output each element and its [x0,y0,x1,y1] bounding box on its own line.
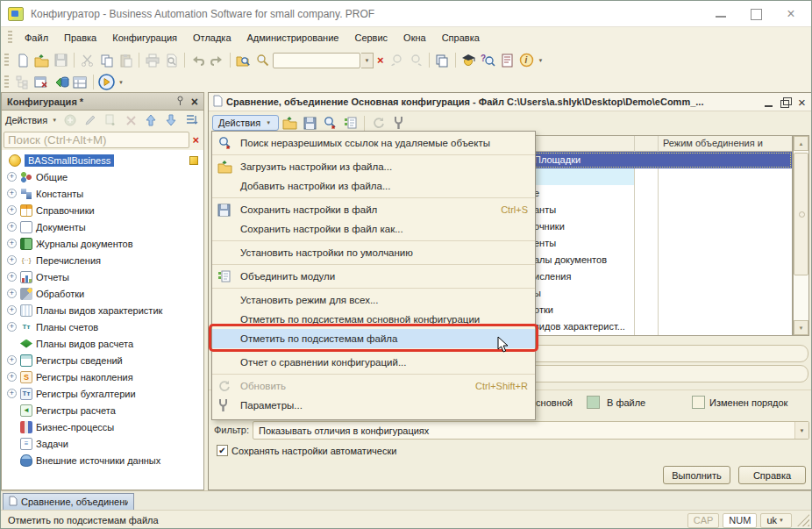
pin-icon[interactable] [176,96,184,107]
find-in-modules-icon[interactable]: ? [479,52,497,69]
find-unresolved-icon[interactable] [321,114,339,132]
delete-icon[interactable] [122,111,139,129]
toolbar-overflow-icon[interactable]: ▼ [537,58,545,63]
scroll-down-icon[interactable]: ▼ [794,320,808,335]
window-restore-icon[interactable] [779,97,792,108]
maximize-icon[interactable] [750,9,762,19]
syntax-check-icon[interactable] [459,52,478,69]
settings-icon[interactable] [389,114,408,132]
save-icon[interactable] [52,52,70,69]
tree-item-calc-types[interactable]: Планы видов расчета [2,335,203,352]
menu-item-save-settings[interactable]: Сохранить настройки в файл Ctrl+S [212,200,535,219]
tab-compare-merge[interactable]: Сравнение, объединение О... [3,493,134,510]
toolbar-grip[interactable] [8,31,12,45]
expand-icon[interactable]: + [7,189,17,198]
menu-service[interactable]: Сервис [347,30,395,46]
tree-item-tasks[interactable]: ≡Задачи [2,435,203,452]
add-icon[interactable] [61,111,79,129]
menu-edit[interactable]: Правка [57,30,103,46]
paste-icon[interactable] [117,52,135,69]
menu-file[interactable]: Файл [18,30,55,46]
debug-run-icon[interactable] [97,74,116,91]
move-up-icon[interactable] [142,111,160,129]
resize-grip[interactable] [797,514,809,526]
expand-icon[interactable]: + [7,172,17,182]
load-settings-icon[interactable] [281,114,299,132]
undo-icon[interactable] [189,52,207,69]
tree-item-accounting-registers[interactable]: +ТтРегистры бухгалтерии [2,385,203,402]
config-tree-icon[interactable] [13,74,32,91]
search-previous-icon[interactable] [388,52,406,69]
toolbar-grip[interactable] [4,54,9,68]
merge-modules-icon[interactable] [341,114,360,132]
menu-item-add-settings[interactable]: Добавить настройки из файла... [212,176,535,196]
actions-button[interactable]: Действия ▼ [212,115,279,131]
close-icon[interactable]: × [785,9,797,19]
tree-item-catalogs[interactable]: +Справочники [2,202,203,218]
expand-icon[interactable]: + [7,389,17,398]
compare-window-titlebar[interactable]: Сравнение, объединение Основная конфигур… [209,93,812,111]
menu-item-merge-modules[interactable]: Объединить модули [212,267,535,286]
tree-item-document-journals[interactable]: +Журналы документов [2,235,203,252]
copy-icon[interactable] [97,52,116,69]
menu-administration[interactable]: Администрирование [240,30,346,46]
tree-item-enums[interactable]: +{··}Перечисления [2,252,203,268]
search-icon[interactable] [253,52,272,69]
save-settings-icon[interactable] [301,114,319,132]
tree-item-common[interactable]: +Общие [2,168,203,185]
copy-add-icon[interactable] [102,111,119,129]
expand-icon[interactable]: + [7,305,17,315]
autosave-checkbox[interactable]: ✔ [217,445,228,456]
menu-configuration[interactable]: Конфигурация [105,30,184,46]
expand-icon[interactable]: + [7,372,17,382]
menu-item-parameters[interactable]: Параметры... [212,396,535,415]
new-document-icon[interactable] [13,52,32,69]
tree-item-business-processes[interactable]: Бизнес-процессы [2,418,203,435]
search-dropdown-icon[interactable]: ▼ [361,53,374,68]
edit-icon[interactable] [82,111,99,129]
close-config-icon[interactable] [32,74,51,91]
tree-item-accum-registers[interactable]: +SРегистры накопления [2,368,203,385]
print-icon[interactable] [143,52,161,69]
expand-icon[interactable]: + [7,239,17,248]
tree-item-constants[interactable]: +Константы [2,185,203,202]
tree-item-documents[interactable]: +Документы [2,218,203,235]
expand-icon[interactable]: + [7,289,17,298]
templates-icon[interactable] [498,52,516,69]
execute-button[interactable]: Выполнить [663,466,730,484]
sort-order-icon[interactable] [182,111,200,129]
toolbar-grip[interactable] [4,75,9,89]
minimize-icon[interactable] [715,9,727,19]
expand-icon[interactable]: + [7,205,17,215]
panel-close-icon[interactable]: × [191,95,198,109]
scrollbar-track[interactable] [794,275,808,320]
expand-icon[interactable]: + [7,255,17,265]
expand-icon[interactable]: + [7,272,17,282]
debug-menu-arrow-icon[interactable]: ▼ [117,80,125,85]
search-next-icon[interactable] [407,52,425,69]
open-file-icon[interactable] [32,52,51,69]
scroll-up-icon[interactable]: ▲ [794,136,808,151]
info-icon[interactable]: i [517,52,536,69]
global-search-icon[interactable] [234,52,253,69]
tree-actions-button[interactable]: Действия [5,115,47,125]
clear-search-icon[interactable]: × [374,54,387,67]
refresh-icon[interactable] [369,114,388,132]
tree-item-calc-registers[interactable]: ◄Регистры расчета [2,402,203,418]
expand-icon[interactable]: + [7,355,17,365]
scrollbar-thumb[interactable] [794,153,808,275]
tree-item-data-processors[interactable]: +Обработки [2,285,203,302]
window-close-icon[interactable]: × [795,97,808,108]
menu-item-find-unresolved[interactable]: Поиск неразрешимых ссылок на удаляемые о… [212,133,535,153]
tree-item-chart-of-accounts[interactable]: +ТтПланы счетов [2,318,203,335]
move-down-icon[interactable] [162,111,180,129]
window-minimize-icon[interactable] [762,97,775,108]
menu-debug[interactable]: Отладка [186,30,238,46]
menu-item-save-settings-as[interactable]: Сохранить настройки в файл как... [212,219,535,239]
tree-item-external-sources[interactable]: Внешние источники данных [2,452,203,468]
menu-item-refresh[interactable]: Обновить Ctrl+Shift+R [212,376,535,396]
redo-icon[interactable] [208,52,226,69]
tree-search-input[interactable] [4,132,189,148]
data-view-icon[interactable] [71,74,89,91]
configuration-panel-header[interactable]: Конфигурация * × [1,92,204,111]
